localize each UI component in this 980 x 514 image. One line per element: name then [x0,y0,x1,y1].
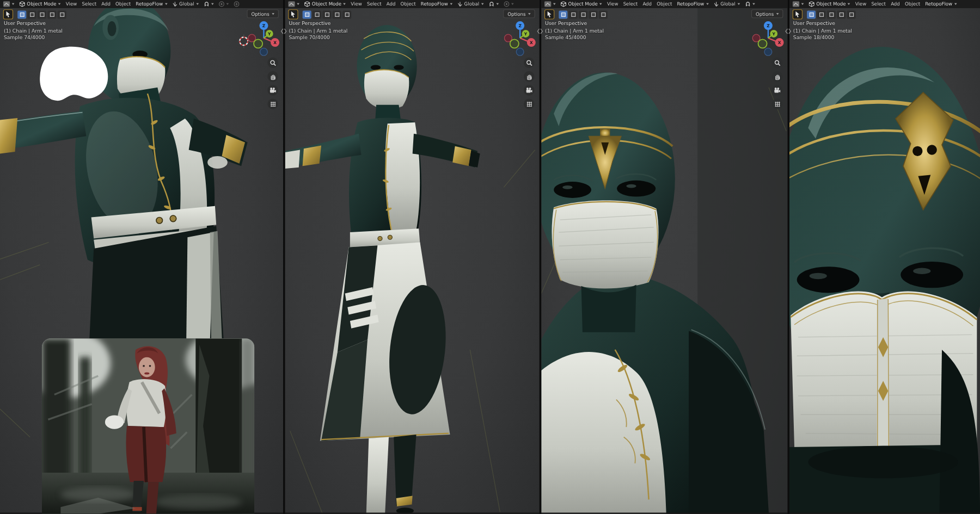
area-border [283,0,285,514]
viewport-panel-4: Object Mode View Select Add Object Retop… [789,0,980,514]
select-mode-extend-button[interactable] [313,10,321,18]
menu-add[interactable]: Add [891,1,900,7]
select-mode-extend-button[interactable] [817,10,825,18]
options-dropdown[interactable]: Options [503,9,535,18]
menu-select[interactable]: Select [871,1,886,7]
y-neg-axis-handle[interactable] [510,39,519,48]
mode-dropdown[interactable]: Object Mode [20,1,61,7]
menu-select[interactable]: Select [82,1,96,7]
menu-object[interactable]: Object [905,1,920,7]
select-mode-new-button[interactable] [303,10,311,18]
zoom-icon[interactable] [772,58,783,69]
editor-type-button[interactable] [288,1,299,7]
menu-retopoflow[interactable]: RetopoFlow [677,1,708,7]
menu-retopoflow[interactable]: RetopoFlow [136,1,167,7]
pan-hand-icon[interactable] [772,71,783,82]
menu-view[interactable]: View [66,1,77,7]
select-mode-new-button[interactable] [807,10,816,18]
select-mode-intersect-button[interactable] [599,10,608,18]
svg-text:Y: Y [267,32,271,36]
menu-view[interactable]: View [607,1,618,7]
svg-text:Y: Y [524,32,528,36]
camera-view-icon[interactable] [524,85,535,96]
navigation-gizmo[interactable]: Z Y X [248,20,280,57]
select-mode-new-button[interactable] [17,10,26,18]
select-mode-intersect-button[interactable] [847,10,856,18]
select-mode-intersect-button[interactable] [58,10,66,18]
svg-text:X: X [273,40,277,45]
menu-retopoflow[interactable]: RetopoFlow [421,1,452,7]
select-mode-invert-button[interactable] [589,10,597,18]
overlay-plus-icon[interactable] [234,1,239,7]
area-resize-handle[interactable] [785,28,791,35]
select-mode-subtract-button[interactable] [38,10,46,18]
snap-dropdown[interactable] [488,1,498,7]
editor-type-button[interactable] [3,1,15,7]
menu-add[interactable]: Add [101,1,111,7]
select-mode-new-button[interactable] [559,10,567,18]
mode-dropdown[interactable]: Object Mode [809,1,850,7]
select-mode-invert-button[interactable] [47,10,56,18]
transform-orientation-dropdown[interactable]: Global [172,1,198,7]
select-mode-subtract-button[interactable] [322,10,331,18]
snap-dropdown[interactable] [745,1,755,7]
navigation-gizmo[interactable]: Z Y X [752,20,785,57]
snap-dropdown[interactable] [204,1,213,7]
select-mode-invert-button[interactable] [837,10,846,18]
options-dropdown[interactable]: Options [751,9,783,18]
perspective-grid-icon[interactable] [772,98,783,109]
proportional-editing-dropdown[interactable] [218,1,228,7]
menu-select[interactable]: Select [623,1,638,7]
menu-select[interactable]: Select [367,1,382,7]
camera-view-icon[interactable] [772,85,783,96]
select-mode-subtract-button[interactable] [827,10,836,18]
transform-orientation-dropdown[interactable]: Global [457,1,483,7]
perspective-grid-icon[interactable] [267,98,278,109]
y-neg-axis-handle[interactable] [254,39,262,48]
z-neg-axis-handle[interactable] [260,48,268,55]
active-object-label: (1) Chain | Arm 1 metal [793,27,852,34]
menu-add[interactable]: Add [642,1,652,7]
options-dropdown[interactable]: Options [247,9,279,18]
tweak-tool-button[interactable] [544,9,554,19]
y-neg-axis-handle[interactable] [758,39,767,48]
camera-view-icon[interactable] [267,85,278,96]
tool-settings-row [3,9,66,19]
active-object-label: (1) Chain | Arm 1 metal [289,27,347,34]
tweak-tool-button[interactable] [288,9,298,19]
tweak-tool-cursor-icon [5,11,10,17]
perspective-grid-icon[interactable] [524,98,535,109]
navigation-gizmo[interactable]: Z Y X [504,20,536,57]
area-resize-handle[interactable] [537,28,543,35]
render-sample-label: Sample 70/4000 [289,34,347,41]
pan-hand-icon[interactable] [267,71,278,82]
menu-retopoflow[interactable]: RetopoFlow [925,1,957,7]
menu-object[interactable]: Object [115,1,131,7]
menu-view[interactable]: View [351,1,362,7]
editor-type-button[interactable] [793,1,804,7]
transform-orientation-dropdown[interactable]: Global [714,1,740,7]
mode-dropdown[interactable]: Object Mode [561,1,602,7]
zoom-icon[interactable] [524,58,535,69]
z-neg-axis-handle[interactable] [764,48,772,55]
select-mode-extend-button[interactable] [569,10,578,18]
mode-dropdown[interactable]: Object Mode [304,1,346,7]
area-border [787,0,789,514]
zoom-icon[interactable] [267,58,278,69]
tweak-tool-button[interactable] [793,9,803,19]
menu-view[interactable]: View [855,1,866,7]
select-mode-invert-button[interactable] [333,10,341,18]
transform-orientation-icon [172,1,177,7]
menu-object[interactable]: Object [657,1,672,7]
menu-add[interactable]: Add [387,1,396,7]
z-neg-axis-handle[interactable] [516,48,524,55]
proportional-editing-dropdown[interactable] [504,1,513,7]
tweak-tool-button[interactable] [3,9,13,19]
select-mode-intersect-button[interactable] [342,10,351,18]
select-mode-subtract-button[interactable] [579,10,587,18]
pan-hand-icon[interactable] [524,71,535,82]
editor-type-button[interactable] [544,1,556,7]
select-mode-extend-button[interactable] [28,10,36,18]
menu-object[interactable]: Object [401,1,416,7]
area-resize-handle[interactable] [280,28,286,35]
